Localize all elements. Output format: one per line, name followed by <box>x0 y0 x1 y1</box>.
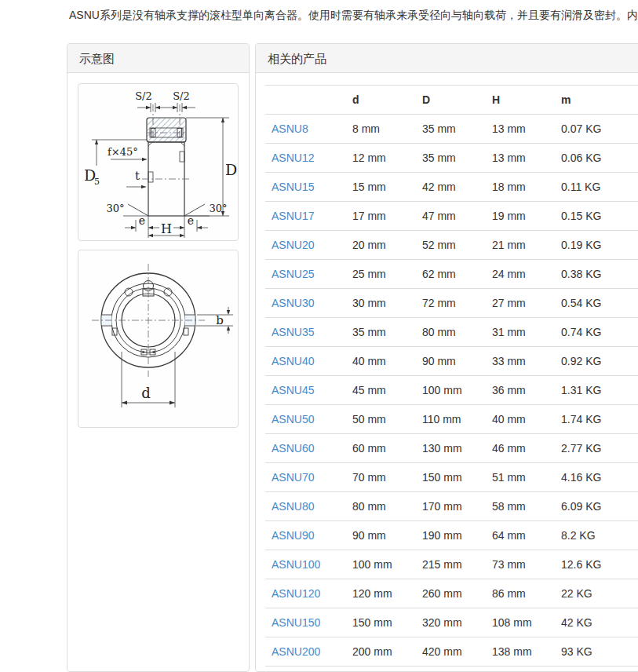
product-name-cell: ASNU35 <box>265 318 346 347</box>
product-H-cell: 58 mm <box>486 492 555 521</box>
dim-label-d5-sub: 5 <box>94 177 100 187</box>
product-D-cell: 150 mm <box>416 463 486 492</box>
product-m-cell: 0.74 KG <box>555 318 638 347</box>
product-H-cell: 18 mm <box>486 173 555 202</box>
product-m-cell: 0.19 KG <box>555 231 638 260</box>
product-H-cell: 13 mm <box>486 115 555 144</box>
section-view-drawing: S/2 S/2 D 5 D f×45° t <box>79 87 237 238</box>
product-m-cell: 0.38 KG <box>555 260 638 289</box>
product-D-cell: 90 mm <box>416 347 486 376</box>
product-D-cell: 35 mm <box>416 144 486 173</box>
product-link[interactable]: ASNU12 <box>272 152 314 164</box>
product-H-cell: 13 mm <box>486 144 555 173</box>
product-m-cell: 1.31 KG <box>555 376 638 405</box>
product-name-cell: ASNU70 <box>265 463 346 492</box>
product-link[interactable]: ASNU50 <box>272 413 314 425</box>
dim-label-angle-right: 30° <box>209 203 227 214</box>
product-name-cell: ASNU90 <box>265 521 346 550</box>
product-m-cell: 0.11 KG <box>555 173 638 202</box>
product-name-cell: ASNU40 <box>265 347 346 376</box>
product-name-cell: ASNU25 <box>265 260 346 289</box>
diagram-panel-body: S/2 S/2 D 5 D f×45° t <box>67 73 249 438</box>
product-D-cell: 62 mm <box>416 260 486 289</box>
product-name-cell: ASNU45 <box>265 376 346 405</box>
product-link[interactable]: ASNU17 <box>272 210 314 222</box>
product-H-cell: 73 mm <box>486 550 555 579</box>
product-link[interactable]: ASNU120 <box>272 587 320 600</box>
table-row: ASNU1515 mm42 mm18 mm0.11 KG <box>265 173 638 202</box>
product-D-cell: 320 mm <box>416 608 486 637</box>
product-d-cell: 90 mm <box>346 521 416 550</box>
product-name-cell: ASNU15 <box>265 173 346 202</box>
products-table: d D H m ASNU88 mm35 mm13 mm0.07 KGASNU12… <box>265 85 638 667</box>
product-H-cell: 64 mm <box>486 521 555 550</box>
table-row: ASNU9090 mm190 mm64 mm8.2 KG <box>265 521 638 550</box>
product-H-cell: 33 mm <box>486 347 555 376</box>
diagram-panel-title: 示意图 <box>67 44 249 73</box>
product-H-cell: 108 mm <box>486 608 555 637</box>
product-d-cell: 70 mm <box>346 463 416 492</box>
product-m-cell: 22 KG <box>555 579 638 608</box>
table-row: ASNU1717 mm47 mm19 mm0.15 KG <box>265 202 638 231</box>
product-name-cell: ASNU100 <box>265 550 346 579</box>
product-d-cell: 80 mm <box>346 492 416 521</box>
product-d-cell: 12 mm <box>346 144 416 173</box>
product-D-cell: 72 mm <box>416 289 486 318</box>
product-name-cell: ASNU80 <box>265 492 346 521</box>
product-link[interactable]: ASNU100 <box>272 558 320 571</box>
product-D-cell: 35 mm <box>416 115 486 144</box>
products-panel-body: d D H m ASNU88 mm35 mm13 mm0.07 KGASNU12… <box>256 73 638 667</box>
col-header-name <box>265 86 346 115</box>
product-name-cell: ASNU17 <box>265 202 346 231</box>
product-d-cell: 120 mm <box>346 579 416 608</box>
product-link[interactable]: ASNU35 <box>272 326 314 338</box>
product-link[interactable]: ASNU15 <box>272 181 314 193</box>
product-d-cell: 200 mm <box>346 637 416 667</box>
table-header-row: d D H m <box>265 86 638 115</box>
product-link[interactable]: ASNU60 <box>272 442 314 455</box>
table-row: ASNU88 mm35 mm13 mm0.07 KG <box>265 115 638 144</box>
product-link[interactable]: ASNU45 <box>272 384 314 396</box>
product-link[interactable]: ASNU80 <box>272 500 314 513</box>
col-header-D: D <box>416 86 486 115</box>
product-name-cell: ASNU60 <box>265 434 346 463</box>
dim-label-t: t <box>135 169 140 183</box>
product-D-cell: 110 mm <box>416 405 486 434</box>
table-row: ASNU200200 mm420 mm138 mm93 KG <box>265 637 638 667</box>
product-name-cell: ASNU150 <box>265 608 346 637</box>
dim-label-chamfer: f×45° <box>108 146 138 158</box>
product-d-cell: 8 mm <box>346 115 416 144</box>
product-link[interactable]: ASNU30 <box>272 297 314 309</box>
product-m-cell: 1.74 KG <box>555 405 638 434</box>
product-link[interactable]: ASNU70 <box>272 471 314 484</box>
col-header-H: H <box>486 86 555 115</box>
dim-label-H: H <box>161 221 172 236</box>
dim-label-angle-left: 30° <box>106 203 124 214</box>
product-name-cell: ASNU12 <box>265 144 346 173</box>
product-m-cell: 42 KG <box>555 608 638 637</box>
product-m-cell: 93 KG <box>555 637 638 667</box>
product-name-cell: ASNU8 <box>265 115 346 144</box>
product-d-cell: 60 mm <box>346 434 416 463</box>
product-d-cell: 15 mm <box>346 173 416 202</box>
product-link[interactable]: ASNU20 <box>272 239 314 251</box>
product-link[interactable]: ASNU25 <box>272 268 314 280</box>
product-D-cell: 215 mm <box>416 550 486 579</box>
product-name-cell: ASNU30 <box>265 289 346 318</box>
product-link[interactable]: ASNU90 <box>272 529 314 542</box>
product-m-cell: 4.16 KG <box>555 463 638 492</box>
dim-label-b: b <box>216 313 224 327</box>
table-row: ASNU4040 mm90 mm33 mm0.92 KG <box>265 347 638 376</box>
table-row: ASNU3535 mm80 mm31 mm0.74 KG <box>265 318 638 347</box>
product-D-cell: 130 mm <box>416 434 486 463</box>
product-m-cell: 12.6 KG <box>555 550 638 579</box>
product-link[interactable]: ASNU150 <box>272 616 320 629</box>
products-panel-title: 相关的产品 <box>256 44 638 73</box>
product-m-cell: 0.54 KG <box>555 289 638 318</box>
product-link[interactable]: ASNU200 <box>272 645 320 658</box>
product-link[interactable]: ASNU40 <box>272 355 314 367</box>
front-view-box: b d <box>78 250 239 428</box>
product-link[interactable]: ASNU8 <box>272 122 308 135</box>
table-row: ASNU2525 mm62 mm24 mm0.38 KG <box>265 260 638 289</box>
product-d-cell: 100 mm <box>346 550 416 579</box>
